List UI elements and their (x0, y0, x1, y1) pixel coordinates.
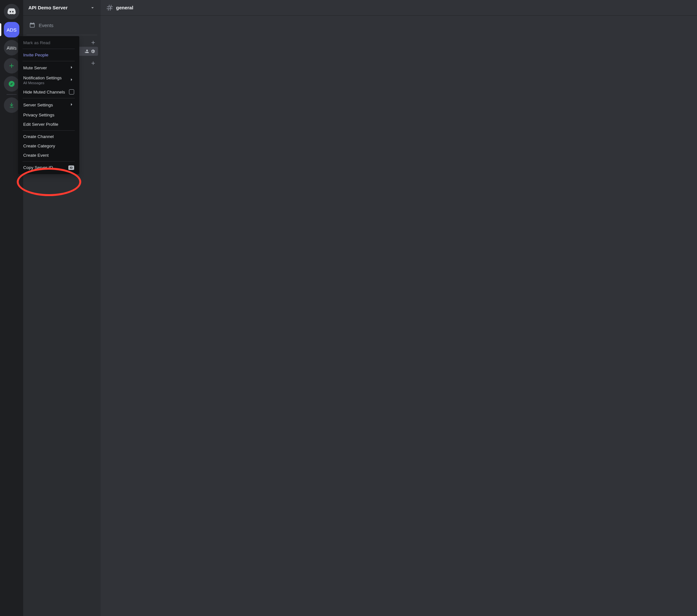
events-label: Events (39, 23, 54, 28)
app-root: ADS AWs API Demo Server Events (0, 0, 697, 616)
menu-hide-muted-channels[interactable]: Hide Muted Channels (21, 87, 77, 97)
add-server-button[interactable] (4, 58, 19, 74)
menu-edit-server-profile[interactable]: Edit Server Profile (21, 120, 77, 129)
menu-privacy-settings[interactable]: Privacy Settings (21, 110, 77, 120)
download-icon (8, 102, 15, 109)
menu-separator (23, 98, 75, 98)
menu-invite-people[interactable]: Invite People (21, 50, 77, 60)
server-abbr: AWs (6, 45, 16, 50)
hash-icon (106, 4, 114, 12)
menu-label: Create Channel (23, 134, 54, 139)
id-badge-icon: ID (68, 165, 74, 170)
channel-name: general (116, 5, 133, 10)
menu-label: Copy Server ID (23, 165, 53, 170)
menu-label: Hide Muted Channels (23, 90, 65, 94)
menu-create-event[interactable]: Create Event (21, 151, 77, 160)
menu-server-settings[interactable]: Server Settings (21, 100, 77, 110)
explore-servers-button[interactable] (4, 76, 19, 92)
chevron-right-icon (69, 102, 74, 107)
menu-mute-server[interactable]: Mute Server (21, 62, 77, 73)
selected-server-pill (0, 23, 1, 36)
menu-create-channel[interactable]: Create Channel (21, 132, 77, 141)
sidebar-divider (27, 35, 98, 35)
compass-icon (8, 80, 15, 87)
menu-label: Create Category (23, 144, 55, 148)
submenu-indicator (69, 102, 74, 108)
submenu-indicator (69, 65, 74, 71)
server-abbr: ADS (7, 27, 17, 33)
menu-label-wrap: Notification Settings All Messages (23, 75, 62, 85)
calendar-icon (29, 22, 35, 28)
plus-icon (8, 62, 15, 69)
channel-actions (84, 49, 95, 54)
server-item-wrapper: ADS (0, 22, 23, 38)
menu-label: Create Event (23, 153, 49, 158)
menu-label: Edit Server Profile (23, 122, 58, 127)
menu-copy-server-id[interactable]: Copy Server ID ID (21, 163, 77, 172)
menu-separator (23, 161, 75, 162)
gear-icon[interactable] (90, 49, 95, 54)
server-header[interactable]: API Demo Server (23, 0, 101, 15)
discord-logo-icon (7, 7, 16, 16)
channel-header: general (101, 0, 697, 15)
server-name: API Demo Server (28, 5, 68, 10)
download-apps-button[interactable] (4, 98, 19, 113)
checkbox-box-icon (69, 89, 74, 94)
menu-label: Invite People (23, 53, 48, 57)
menu-label: Server Settings (23, 103, 53, 107)
menu-notification-settings[interactable]: Notification Settings All Messages (21, 73, 77, 87)
submenu-indicator (69, 77, 74, 83)
create-invite-icon[interactable] (84, 49, 89, 54)
server-aws[interactable]: AWs (4, 40, 19, 56)
menu-mark-as-read: Mark as Read (21, 38, 77, 47)
home-button[interactable] (4, 4, 19, 19)
checkbox[interactable] (69, 89, 74, 94)
server-context-menu: Mark as Read Invite People Mute Server N… (18, 36, 79, 174)
chevron-right-icon (69, 77, 74, 82)
menu-create-category[interactable]: Create Category (21, 141, 77, 151)
events-button[interactable]: Events (26, 18, 98, 32)
menu-separator (23, 130, 75, 131)
menu-label: Mute Server (23, 65, 47, 70)
menu-label: Notification Settings (23, 75, 62, 80)
menu-sublabel: All Messages (23, 81, 62, 85)
plus-icon[interactable] (90, 60, 96, 66)
main-panel: general (101, 0, 697, 616)
server-ads[interactable]: ADS (4, 22, 19, 38)
chevron-right-icon (69, 65, 74, 70)
menu-separator (23, 49, 75, 49)
menu-separator (23, 61, 75, 61)
id-icon-wrap: ID (68, 165, 74, 170)
menu-label: Mark as Read (23, 40, 50, 45)
plus-icon[interactable] (90, 40, 96, 45)
chevron-down-icon (90, 5, 95, 11)
rail-separator (6, 94, 17, 95)
menu-label: Privacy Settings (23, 113, 55, 117)
